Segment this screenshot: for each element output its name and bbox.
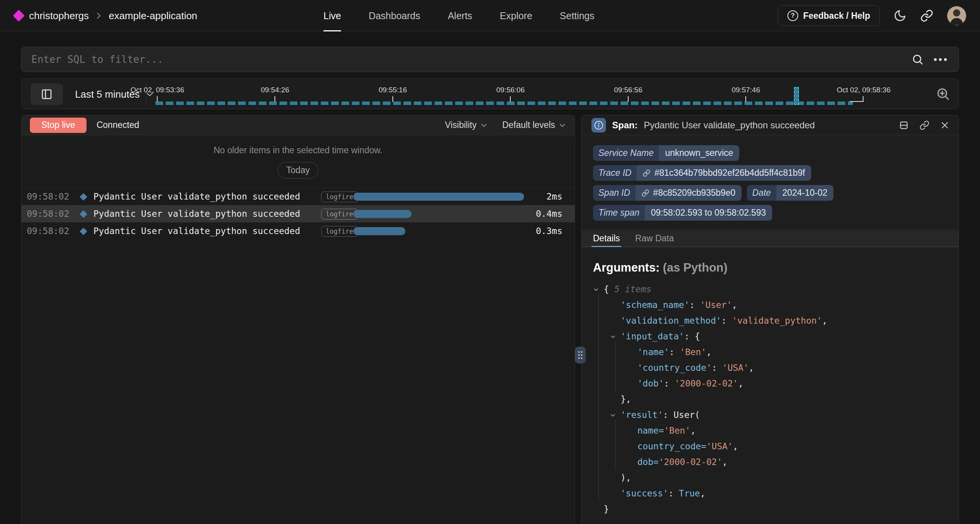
timeline-tick-label: 09:55:16 — [379, 86, 407, 94]
span-kind-label: Span: — [612, 120, 638, 131]
tab-details[interactable]: Details — [593, 230, 620, 247]
badge-value: 2024-10-02 — [776, 185, 834, 201]
code-token: 'Ben' — [680, 347, 706, 357]
code-token: 'dob' — [637, 378, 664, 388]
share-link-button[interactable] — [920, 9, 933, 22]
link-icon — [642, 189, 649, 197]
code-token: '2000-02-02' — [658, 457, 722, 467]
code-token: 'USA' — [706, 441, 733, 451]
code-token: ), — [621, 473, 631, 483]
arguments-heading-main: Arguments: — [593, 261, 660, 274]
span-metadata: Service Name unknown_service Trace ID #8… — [581, 135, 959, 221]
log-message: Pydantic User validate_python succeeded — [93, 223, 300, 240]
code-token: 'USA' — [722, 363, 749, 373]
code-token: , — [722, 457, 728, 467]
log-rows: 09:58:02 Pydantic User validate_python s… — [21, 188, 575, 239]
sidebar-toggle-button[interactable] — [31, 84, 63, 105]
timeline-activity-spike[interactable] — [794, 87, 799, 105]
timeline-tick-mark — [275, 96, 276, 102]
link-icon — [920, 9, 933, 22]
code-token: '2000-02-02' — [675, 378, 738, 388]
code-token: , — [822, 316, 827, 326]
indent-guide — [615, 420, 616, 470]
span-diamond-icon — [80, 210, 87, 218]
arguments-heading: Arguments: (as Python) — [593, 261, 959, 275]
log-row[interactable]: 09:58:02 Pydantic User validate_python s… — [21, 205, 575, 222]
indent-guide — [615, 341, 616, 391]
nav-tab-explore[interactable]: Explore — [500, 0, 532, 31]
live-panel-header: Stop live Connected Visibility Default l… — [21, 115, 575, 135]
stop-live-button[interactable]: Stop live — [30, 118, 87, 133]
nav-tab-dashboards[interactable]: Dashboards — [369, 0, 420, 31]
log-message: Pydantic User validate_python succeeded — [93, 188, 300, 205]
toggle-layout-button[interactable] — [899, 120, 909, 130]
close-panel-button[interactable] — [940, 121, 949, 130]
empty-message: No older items in the selected time wind… — [21, 145, 575, 156]
badge-value: 09:58:02.593 to 09:58:02.593 — [645, 205, 772, 221]
code-token: 'Ben' — [664, 426, 690, 436]
time-range-label: Last 5 minutes — [75, 88, 140, 100]
connection-status: Connected — [96, 120, 139, 130]
timeline-zoom-in-button[interactable] — [936, 87, 950, 101]
trace-id-badge[interactable]: Trace ID #81c364b79bbd92ef26b4dd5ff4c81b… — [593, 165, 811, 181]
feedback-help-button[interactable]: ? Feedback / Help — [778, 5, 880, 26]
code-line: 'validation_method': 'validate_python', — [591, 313, 959, 329]
timeline-tick: 09:57:46 — [732, 86, 760, 102]
default-levels-dropdown[interactable]: Default levels — [502, 120, 566, 130]
timeline-tick-mark — [510, 96, 511, 102]
log-row[interactable]: 09:58:02 Pydantic User validate_python s… — [21, 188, 575, 205]
timeline-tick-mark — [628, 96, 629, 102]
logfire-logo-icon[interactable] — [13, 10, 24, 21]
log-time: 09:58:02 — [27, 223, 69, 240]
code-line: } — [591, 501, 959, 517]
log-time: 09:58:02 — [27, 205, 69, 223]
nav-tab-settings[interactable]: Settings — [560, 0, 594, 31]
log-row[interactable]: 09:58:02 Pydantic User validate_python s… — [21, 222, 575, 239]
code-line: 'country_code': 'USA', — [591, 360, 959, 376]
code-token: : — [712, 363, 722, 373]
log-duration: 0.3ms — [536, 223, 562, 240]
tab-raw-data[interactable]: Raw Data — [635, 230, 674, 247]
code-token: , — [691, 426, 696, 436]
sql-filter-input[interactable] — [31, 54, 902, 65]
code-token: 'country_code' — [637, 363, 712, 373]
code-token: } — [604, 504, 609, 514]
more-options-icon[interactable]: ••• — [934, 54, 949, 64]
code-line: 'input_data': { — [591, 329, 959, 344]
code-tree: { 5 items'schema_name': 'User','validati… — [591, 282, 959, 517]
timeline-activity-track[interactable] — [155, 102, 853, 105]
duration-bar-fill — [353, 193, 524, 201]
log-tag: logfire — [321, 192, 358, 202]
span-detail-panel: Span: Pydantic User validate_python succ… — [581, 115, 959, 524]
code-line: dob='2000-02-02', — [591, 454, 959, 470]
timeline-tick: Oct 02, 09:58:36 — [837, 86, 891, 102]
today-button[interactable]: Today — [278, 162, 318, 178]
breadcrumb-org[interactable]: christophergs — [29, 10, 89, 22]
copy-link-button[interactable] — [920, 120, 929, 130]
timeline-tick: 09:55:16 — [379, 86, 407, 102]
panel-resize-handle[interactable] — [575, 347, 586, 364]
code-line: name='Ben', — [591, 423, 959, 439]
timeline-tick: 09:56:06 — [497, 86, 525, 102]
search-icon[interactable] — [911, 53, 924, 66]
chevron-down-icon — [480, 121, 488, 129]
nav-tab-live[interactable]: Live — [323, 0, 341, 31]
chevron-right-icon — [95, 12, 103, 20]
code-token: : — [689, 300, 700, 310]
close-icon — [940, 121, 949, 130]
code-token: : User( — [663, 410, 700, 420]
split-rows-icon — [899, 120, 909, 130]
timeline-tick-label: 09:54:26 — [261, 86, 289, 94]
visibility-dropdown[interactable]: Visibility — [445, 120, 488, 130]
nav-tab-alerts[interactable]: Alerts — [448, 0, 472, 31]
code-token: , — [700, 488, 706, 498]
breadcrumb-project[interactable]: example-application — [109, 10, 197, 22]
timeline-tick-label: Oct 02, 09:53:36 — [131, 86, 185, 94]
span-id-badge[interactable]: Span ID #8c85209cb935b9e0 — [593, 185, 742, 201]
code-token: : { — [684, 331, 700, 341]
arguments-heading-suffix: (as Python) — [663, 261, 728, 274]
avatar[interactable] — [947, 6, 966, 25]
service-name-badge: Service Name unknown_service — [593, 145, 739, 161]
dark-mode-toggle[interactable] — [893, 9, 906, 22]
log-tag: logfire — [321, 226, 358, 237]
